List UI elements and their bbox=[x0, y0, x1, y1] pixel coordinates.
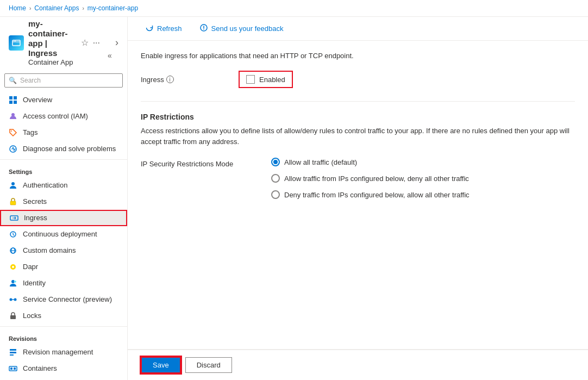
breadcrumb-home[interactable]: Home bbox=[9, 4, 26, 12]
nav-deploy-label: Continuous deployment bbox=[23, 230, 97, 238]
svg-point-21 bbox=[10, 298, 12, 301]
nav-divider-1 bbox=[0, 159, 127, 160]
content-area: Enable ingress for applications that nee… bbox=[128, 41, 588, 349]
ingress-field-row: Ingress i Enabled bbox=[141, 71, 575, 88]
nav-secrets[interactable]: Secrets bbox=[0, 194, 127, 210]
nav-service-connector[interactable]: Service Connector (preview) bbox=[0, 291, 127, 308]
footer: Save Discard bbox=[128, 350, 588, 380]
auth-icon bbox=[9, 181, 17, 190]
nav-containers[interactable]: Containers bbox=[0, 360, 127, 377]
nav-dapr[interactable]: Dapr bbox=[0, 259, 127, 275]
sidebar: my-container-app | Ingress Container App… bbox=[0, 17, 128, 380]
refresh-label: Refresh bbox=[157, 24, 182, 33]
breadcrumb-sep1: › bbox=[29, 5, 31, 11]
refresh-button[interactable]: Refresh bbox=[141, 21, 186, 36]
discard-button[interactable]: Discard bbox=[185, 357, 232, 373]
nav-ingress[interactable]: Ingress bbox=[0, 210, 127, 226]
nav-access-control[interactable]: Access control (IAM) bbox=[0, 108, 127, 124]
close-icon[interactable]: › bbox=[115, 37, 118, 48]
nav-custom-domains[interactable]: Custom domains bbox=[0, 242, 127, 259]
nav-connector-label: Service Connector (preview) bbox=[23, 295, 112, 303]
more-icon[interactable]: ··· bbox=[93, 38, 100, 48]
svg-rect-26 bbox=[10, 352, 16, 353]
radio-deny-configured-btn[interactable] bbox=[271, 190, 280, 199]
refresh-icon bbox=[145, 23, 154, 34]
section-divider bbox=[141, 101, 575, 102]
svg-point-3 bbox=[15, 40, 16, 41]
nav-diagnose[interactable]: Diagnose and solve problems bbox=[0, 141, 127, 157]
svg-point-35 bbox=[203, 29, 204, 30]
radio-allow-configured-btn[interactable] bbox=[271, 174, 280, 183]
breadcrumb-current[interactable]: my-container-app bbox=[87, 4, 138, 12]
svg-rect-27 bbox=[10, 354, 14, 356]
nav-authentication[interactable]: Authentication bbox=[0, 177, 127, 194]
svg-rect-6 bbox=[9, 101, 12, 104]
nav-access-label: Access control (IAM) bbox=[23, 112, 88, 120]
app-icon bbox=[9, 35, 24, 51]
nav-scale-replicas[interactable]: Scale and replicas bbox=[0, 377, 127, 380]
feedback-label: Send us your feedback bbox=[211, 24, 284, 33]
feedback-button[interactable]: Send us your feedback bbox=[195, 21, 288, 36]
search-input[interactable] bbox=[4, 73, 123, 88]
radio-allow-configured[interactable]: Allow traffic from IPs configured below,… bbox=[271, 174, 470, 183]
radio-allow-all-btn[interactable] bbox=[271, 158, 280, 166]
search-area: 🔍 bbox=[4, 73, 123, 88]
ingress-icon bbox=[10, 214, 18, 222]
svg-rect-0 bbox=[12, 40, 20, 46]
ingress-checkbox[interactable] bbox=[246, 75, 255, 84]
app-title-area: my-container-app | Ingress Container App… bbox=[0, 17, 127, 71]
ingress-info-icon[interactable]: i bbox=[166, 76, 174, 83]
svg-point-20 bbox=[14, 281, 16, 283]
svg-point-22 bbox=[14, 298, 17, 301]
nav-overview[interactable]: Overview bbox=[0, 92, 127, 108]
nav-locks[interactable]: Locks bbox=[0, 308, 127, 324]
nav-tags[interactable]: Tags bbox=[0, 124, 127, 141]
tags-icon bbox=[9, 128, 17, 137]
deploy-icon bbox=[9, 230, 17, 239]
app-subtitle: Container App bbox=[28, 58, 73, 66]
revisions-group-label: Revisions bbox=[0, 329, 127, 344]
ingress-field-label: Ingress i bbox=[141, 76, 228, 84]
svg-point-9 bbox=[11, 130, 12, 132]
svg-rect-4 bbox=[9, 96, 12, 99]
radio-allow-all-label: Allow all traffic (default) bbox=[284, 158, 357, 166]
svg-rect-12 bbox=[10, 201, 16, 205]
domains-icon bbox=[9, 246, 17, 255]
ip-restrictions-desc: Access restrictions allow you to define … bbox=[141, 126, 575, 147]
nav-tags-label: Tags bbox=[23, 128, 37, 136]
collapse-icon[interactable]: « bbox=[108, 51, 112, 60]
ip-mode-row: IP Security Restrictions Mode Allow all … bbox=[141, 158, 575, 199]
radio-deny-configured[interactable]: Deny traffic from IPs configured below, … bbox=[271, 190, 470, 199]
nav-locks-label: Locks bbox=[23, 312, 41, 320]
svg-rect-25 bbox=[10, 349, 16, 351]
dapr-icon bbox=[9, 263, 17, 271]
ip-mode-label: IP Security Restrictions Mode bbox=[141, 158, 260, 168]
ingress-enabled-label: Enabled bbox=[259, 76, 285, 84]
nav-continuous-deployment[interactable]: Continuous deployment bbox=[0, 226, 127, 242]
search-icon: 🔍 bbox=[9, 77, 17, 84]
access-icon bbox=[9, 112, 17, 121]
nav-revision-label: Revision management bbox=[23, 348, 93, 356]
containers-icon bbox=[9, 364, 17, 373]
breadcrumb-container-apps[interactable]: Container Apps bbox=[34, 4, 79, 12]
revisions-icon bbox=[9, 348, 17, 357]
ip-restrictions-title: IP Restrictions bbox=[141, 113, 575, 121]
nav-revision-management[interactable]: Revision management bbox=[0, 344, 127, 360]
nav-overview-label: Overview bbox=[23, 96, 52, 104]
star-icon[interactable]: ☆ bbox=[81, 38, 89, 48]
nav-identity[interactable]: Identity bbox=[0, 275, 127, 291]
svg-rect-24 bbox=[10, 315, 16, 319]
radio-allow-configured-label: Allow traffic from IPs configured below,… bbox=[284, 175, 469, 183]
nav-ingress-label: Ingress bbox=[24, 214, 47, 222]
ingress-description: Enable ingress for applications that nee… bbox=[141, 52, 575, 60]
nav-dapr-label: Dapr bbox=[23, 263, 38, 271]
app-title-text: my-container-app | Ingress Container App bbox=[28, 19, 77, 67]
save-button[interactable]: Save bbox=[141, 357, 181, 373]
svg-rect-5 bbox=[14, 96, 17, 99]
ingress-checkbox-wrapper[interactable]: Enabled bbox=[239, 71, 293, 88]
app-name: my-container-app | Ingress bbox=[28, 19, 77, 58]
radio-allow-all[interactable]: Allow all traffic (default) bbox=[271, 158, 470, 166]
nav-auth-label: Authentication bbox=[23, 181, 67, 189]
svg-rect-29 bbox=[10, 367, 12, 370]
nav-identity-label: Identity bbox=[23, 279, 46, 287]
